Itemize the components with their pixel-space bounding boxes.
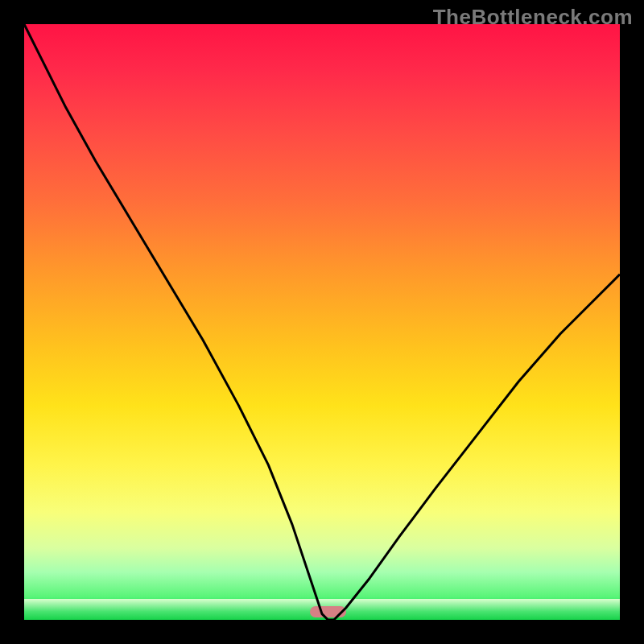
chart-frame: TheBottleneck.com — [0, 0, 644, 644]
plot-area — [24, 24, 620, 620]
bottleneck-curve — [24, 24, 620, 620]
watermark-text: TheBottleneck.com — [433, 5, 633, 30]
